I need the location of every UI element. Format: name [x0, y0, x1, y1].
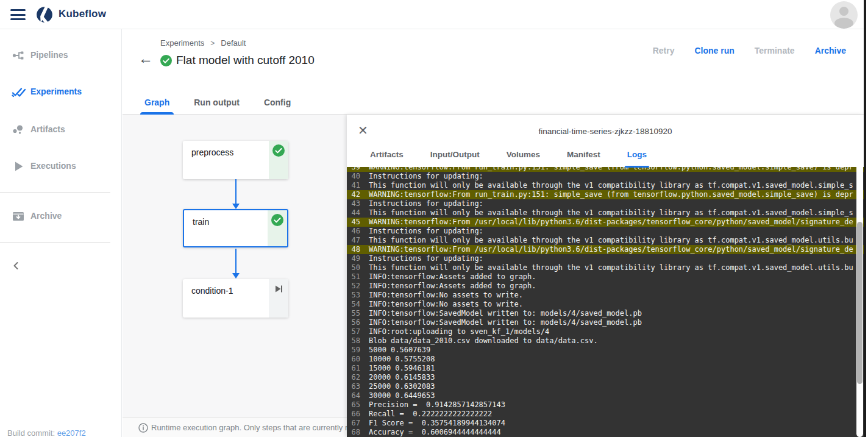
tab-config[interactable]: Config [264, 90, 291, 115]
terminate-button[interactable]: Terminate [755, 46, 795, 55]
log-line: 45WARNING:tensorflow:From /usr/local/lib… [347, 218, 864, 227]
log-line-number: 59 [347, 346, 360, 355]
log-line-number: 49 [347, 254, 360, 263]
log-line-number: 56 [347, 318, 360, 327]
tab-input-output[interactable]: Input/Output [430, 146, 480, 166]
build-commit: Build commit: ee207f2 [7, 428, 86, 437]
log-line-number: 60 [347, 355, 360, 364]
log-line-number: 54 [347, 300, 360, 309]
breadcrumb-experiments-link[interactable]: Experiments [160, 38, 204, 48]
clone-run-button[interactable]: Clone run [694, 46, 734, 55]
build-commit-label: Build commit: [7, 428, 55, 437]
node-status-strip [268, 210, 287, 246]
log-line: 39WARNING:tensorflow:From run_train.py:1… [347, 167, 864, 172]
tab-manifest[interactable]: Manifest [567, 146, 600, 166]
log-line-text: This function will only be available thr… [369, 236, 853, 244]
log-line-text: F1 Score = 0.35754189944134074 [369, 419, 505, 427]
graph-node-condition-1[interactable]: condition-1 [183, 279, 288, 318]
log-line-text: INFO:tensorflow:Assets added to graph. [369, 282, 536, 290]
log-line-number: 62 [347, 373, 360, 382]
skip-next-icon [272, 283, 285, 295]
sidebar-item-label: Pipelines [30, 50, 68, 60]
log-line-number: 57 [347, 327, 360, 336]
log-line-number: 51 [347, 272, 360, 282]
retry-button[interactable]: Retry [653, 46, 675, 55]
graph-node-preprocess[interactable]: preprocess [183, 141, 288, 179]
log-line-text: Instructions for updating: [369, 172, 483, 180]
info-icon [138, 423, 148, 433]
log-line-number: 64 [347, 391, 360, 400]
run-header: Experiments>Default ← Flat model with cu… [123, 29, 868, 90]
kubeflow-logo-icon [35, 5, 54, 24]
tab-volumes[interactable]: Volumes [507, 146, 540, 166]
sidebar-divider [0, 192, 110, 193]
hamburger-menu-icon[interactable] [10, 9, 26, 20]
log-line-number: 65 [347, 400, 360, 410]
log-line-number: 66 [347, 410, 360, 419]
log-line-number: 67 [347, 419, 360, 428]
log-line-number: 45 [347, 218, 360, 227]
log-line-number: 61 [347, 364, 360, 373]
node-status-strip [269, 279, 288, 318]
graph-edge-arrowhead [232, 273, 240, 279]
sidebar-item-executions[interactable]: Executions [0, 159, 122, 175]
sidebar-item-pipelines[interactable]: Pipelines [0, 48, 122, 64]
log-line-text: 30000 0.6449653 [369, 391, 435, 400]
log-line: 67F1 Score = 0.35754189944134074 [347, 419, 864, 428]
graph-edge [235, 249, 237, 274]
log-line-number: 40 [347, 172, 360, 181]
log-line-number: 48 [347, 245, 360, 254]
log-line-number: 44 [347, 208, 360, 218]
log-line-text: INFO:tensorflow:No assets to write. [369, 291, 523, 299]
log-line: 44This function will only be available t… [347, 208, 864, 218]
log-line-number: 46 [347, 227, 360, 236]
breadcrumb-default-link[interactable]: Default [221, 38, 246, 48]
graph-footer-note: Runtime execution graph. Only steps that… [151, 423, 357, 432]
user-avatar[interactable] [830, 1, 858, 29]
log-line: 43Instructions for updating: [347, 199, 864, 208]
build-commit-link[interactable]: ee207f2 [57, 428, 86, 437]
sidebar-item-artifacts[interactable]: Artifacts [0, 123, 122, 138]
log-line-number: 52 [347, 282, 360, 291]
log-line: 6115000 0.5946181 [347, 364, 864, 373]
run-tab-bar: Graph Run output Config [123, 90, 868, 115]
log-line-text: This function will only be available thr… [369, 208, 853, 217]
log-line: 49Instructions for updating: [347, 254, 864, 263]
log-line: 52INFO:tensorflow:Assets added to graph. [347, 282, 864, 291]
log-line: 50This function will only be available t… [347, 263, 864, 272]
back-arrow-icon[interactable]: ← [138, 51, 153, 66]
artifacts-icon [11, 123, 26, 137]
graph-edge-arrowhead [232, 204, 240, 209]
tab-graph[interactable]: Graph [144, 90, 169, 115]
log-line: 56INFO:tensorflow:SavedModel written to:… [347, 318, 864, 327]
log-line-text: INFO:tensorflow:SavedModel written to: m… [369, 309, 642, 318]
log-line-text: Instructions for updating: [369, 227, 483, 235]
log-line-text: Accuracy = 0.6006944444444444 [369, 428, 501, 436]
log-line: 40Instructions for updating: [347, 172, 864, 181]
log-line-text: INFO:root:uploading to sven_kf_1/models/… [369, 327, 549, 336]
sidebar-item-experiments[interactable]: Experiments [0, 85, 122, 101]
log-line-text: Recall = 0.2222222222222222 [369, 410, 492, 418]
node-label: preprocess [191, 147, 233, 157]
log-line-text: 20000 0.6145833 [369, 373, 435, 382]
log-line: 6430000 0.6449653 [347, 391, 864, 400]
app-title: Kubeflow [59, 8, 106, 20]
graph-footer-note-bar: Runtime execution graph. Only steps that… [123, 417, 347, 437]
archive-button[interactable]: Archive [815, 46, 846, 55]
log-line-text: INFO:tensorflow:Assets added to graph. [369, 272, 536, 281]
log-line-number: 68 [347, 428, 360, 437]
log-line: 47This function will only be available t… [347, 236, 864, 245]
sidebar-item-archive[interactable]: Archive [0, 209, 122, 225]
log-line-text: Blob data/data_2010.csv downloaded to da… [369, 336, 598, 345]
tab-artifacts[interactable]: Artifacts [370, 146, 404, 166]
log-scrollbar-thumb[interactable] [857, 222, 863, 384]
tab-run-output[interactable]: Run output [194, 90, 240, 115]
log-line-number: 53 [347, 291, 360, 300]
log-line: 42WARNING:tensorflow:From run_train.py:1… [347, 190, 864, 199]
log-scrollbar-track[interactable] [856, 116, 863, 437]
sidebar-collapse-button[interactable] [9, 258, 23, 273]
executions-icon [11, 159, 26, 174]
panel-tab-bar: Artifacts Input/Output Volumes Manifest … [370, 146, 647, 166]
tab-logs[interactable]: Logs [627, 146, 647, 166]
graph-node-train[interactable]: train [183, 209, 288, 247]
